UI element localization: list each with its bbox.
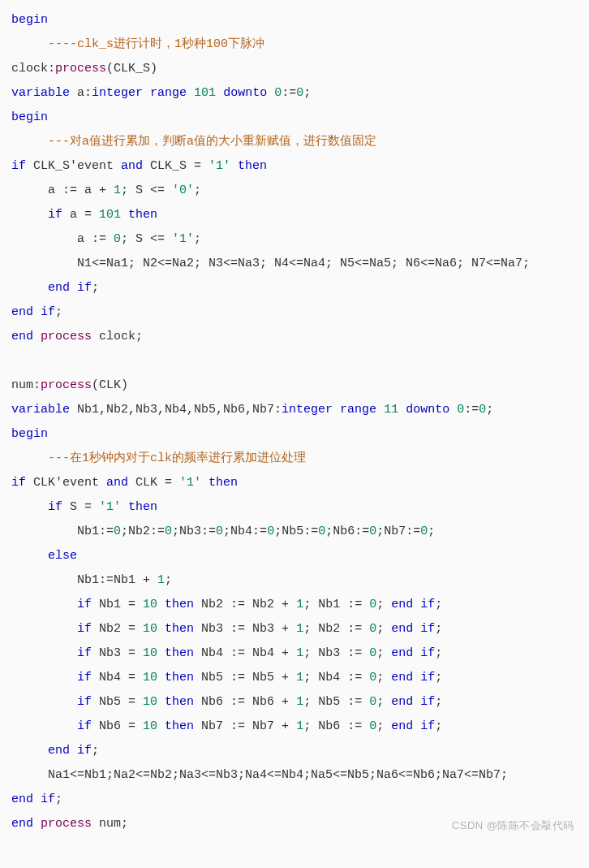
code-line: Nb1:=Nb1 + 1;: [11, 568, 578, 593]
code-line: if Nb1 = 10 then Nb2 := Nb2 + 1; Nb1 := …: [11, 593, 578, 617]
code-line: ----clk_s进行计时，1秒种100下脉冲: [11, 32, 578, 57]
code-line: if S = '1' then: [11, 495, 578, 520]
code-line: end process clock;: [11, 325, 578, 349]
code-line: Nb1:=0;Nb2:=0;Nb3:=0;Nb4:=0;Nb5:=0;Nb6:=…: [11, 520, 578, 544]
code-line: Na1<=Nb1;Na2<=Nb2;Na3<=Nb3;Na4<=Nb4;Na5<…: [11, 763, 578, 788]
code-line: if CLK_S'event and CLK_S = '1' then: [11, 154, 578, 179]
code-line: if Nb3 = 10 then Nb4 := Nb4 + 1; Nb3 := …: [11, 641, 578, 666]
code-line: begin: [11, 422, 578, 447]
code-line: variable a:integer range 101 downto 0:=0…: [11, 81, 578, 106]
code-line: if CLK'event and CLK = '1' then: [11, 471, 578, 495]
code-line: a := a + 1; S <= '0';: [11, 179, 578, 203]
code-line: variable Nb1,Nb2,Nb3,Nb4,Nb5,Nb6,Nb7:int…: [11, 398, 578, 422]
code-line: begin: [11, 8, 578, 32]
code-line: N1<=Na1; N2<=Na2; N3<=Na3; N4<=Na4; N5<=…: [11, 252, 578, 276]
code-line: end process num;: [11, 812, 578, 836]
code-line: clock:process(CLK_S): [11, 57, 578, 81]
code-line: end if;: [11, 739, 578, 763]
code-line: if Nb4 = 10 then Nb5 := Nb5 + 1; Nb4 := …: [11, 666, 578, 690]
code-line: end if;: [11, 276, 578, 300]
code-line: if Nb6 = 10 then Nb7 := Nb7 + 1; Nb6 := …: [11, 715, 578, 739]
code-line: ---对a值进行累加，判断a值的大小重新赋值，进行数值固定: [11, 130, 578, 154]
code-line: [11, 349, 578, 374]
code-line: else: [11, 544, 578, 568]
code-line: num:process(CLK): [11, 374, 578, 398]
code-block: begin ----clk_s进行计时，1秒种100下脉冲clock:proce…: [11, 8, 578, 836]
code-line: begin: [11, 106, 578, 130]
code-line: if a = 101 then: [11, 203, 578, 227]
code-line: a := 0; S <= '1';: [11, 227, 578, 252]
code-line: if Nb5 = 10 then Nb6 := Nb6 + 1; Nb5 := …: [11, 690, 578, 715]
code-line: ---在1秒钟内对于clk的频率进行累加进位处理: [11, 447, 578, 471]
code-line: end if;: [11, 300, 578, 325]
code-line: end if;: [11, 788, 578, 812]
code-line: if Nb2 = 10 then Nb3 := Nb3 + 1; Nb2 := …: [11, 617, 578, 641]
